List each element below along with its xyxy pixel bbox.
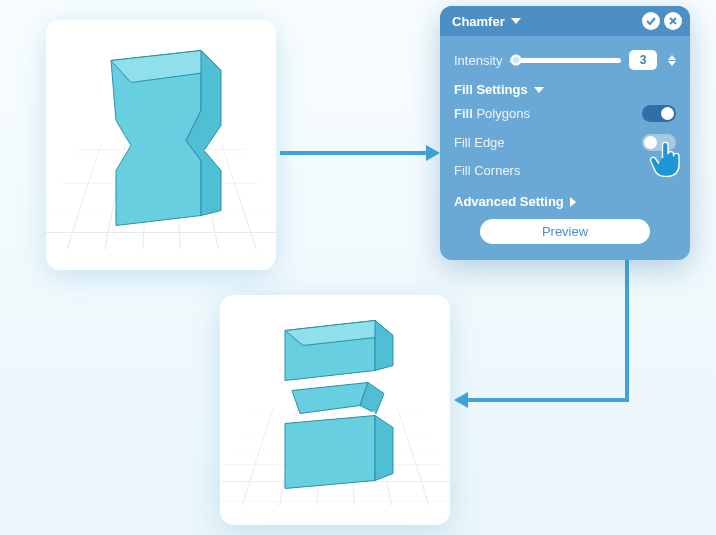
svg-marker-7 [375, 321, 393, 371]
chevron-down-icon[interactable] [668, 61, 676, 66]
arrow-panel-to-after [452, 260, 672, 434]
panel-header[interactable]: Chamfer [440, 6, 690, 36]
advanced-setting-header[interactable]: Advanced Setting [454, 188, 676, 211]
after-thumbnail [220, 295, 450, 525]
chamfer-panel: Chamfer Intensity 3 [440, 6, 690, 260]
intensity-label: Intensity [454, 53, 502, 68]
arrow-before-to-panel [280, 145, 440, 165]
dropdown-icon [534, 87, 544, 93]
fill-edge-toggle[interactable] [642, 134, 676, 151]
fill-corners-label: Fill Corners [454, 163, 520, 178]
model-after [260, 306, 410, 496]
svg-marker-4 [292, 383, 368, 414]
fill-settings-label: Fill Settings [454, 82, 528, 97]
fill-edge-row: Fill Edge [454, 128, 676, 157]
panel-title: Chamfer [452, 14, 505, 29]
dropdown-icon [511, 18, 521, 24]
chevron-up-icon[interactable] [668, 55, 676, 60]
advanced-setting-label: Advanced Setting [454, 194, 564, 209]
svg-marker-13 [426, 145, 440, 161]
fill-edge-label: Fill Edge [454, 135, 505, 150]
intensity-stepper[interactable] [668, 55, 676, 66]
fill-corners-row: Fill Corners [454, 157, 676, 184]
intensity-value[interactable]: 3 [629, 50, 657, 70]
intensity-slider[interactable] [510, 58, 621, 63]
svg-marker-5 [285, 416, 375, 489]
chevron-right-icon [570, 197, 576, 207]
model-before [86, 41, 236, 231]
confirm-button[interactable] [642, 12, 660, 30]
svg-marker-14 [454, 392, 468, 408]
fill-polygons-toggle[interactable] [642, 105, 676, 122]
svg-marker-8 [375, 416, 393, 481]
close-button[interactable] [664, 12, 682, 30]
fill-polygons-row: Fill Polygons [454, 99, 676, 128]
intensity-row: Intensity 3 [454, 44, 676, 76]
preview-button[interactable]: Preview [480, 219, 650, 244]
fill-polygons-label: Fill Polygons [454, 106, 530, 121]
before-thumbnail [46, 20, 276, 270]
fill-settings-header[interactable]: Fill Settings [454, 76, 676, 99]
slider-knob[interactable] [511, 55, 522, 66]
